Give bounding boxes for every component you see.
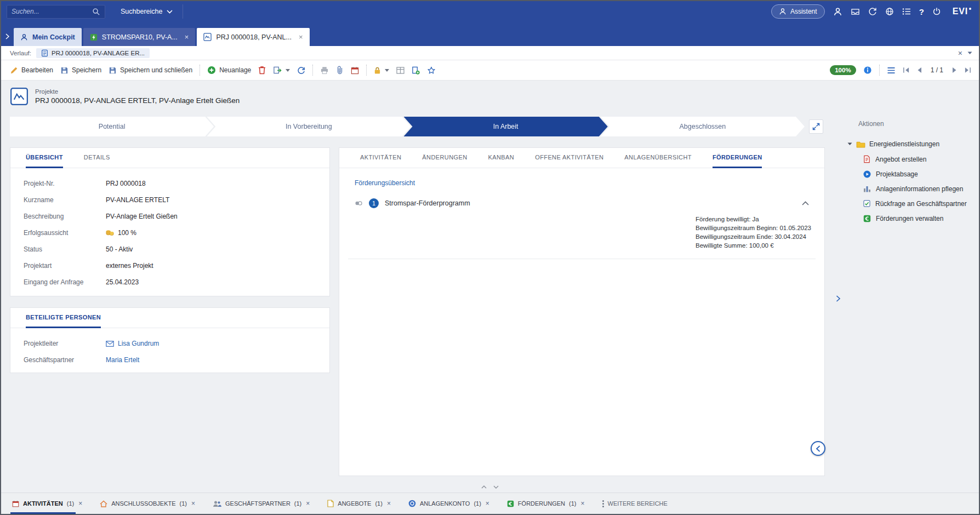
refresh-icon[interactable] bbox=[297, 66, 305, 75]
tab-aenderungen[interactable]: ÄNDERUNGEN bbox=[422, 148, 467, 168]
bottom-tab-count: (1) bbox=[375, 500, 382, 507]
phase-in-vorbereitung[interactable]: In Vorbereitung bbox=[207, 117, 411, 136]
chevron-up-icon[interactable] bbox=[481, 485, 487, 489]
panel-collapse-handle[interactable] bbox=[481, 485, 499, 489]
bottom-tab-aktivitaeten[interactable]: AKTIVITÄTEN (1) × bbox=[12, 493, 82, 514]
table-view-icon[interactable] bbox=[396, 67, 404, 74]
globe-icon[interactable] bbox=[885, 7, 894, 16]
list-menu-icon[interactable] bbox=[902, 8, 911, 15]
bottom-tab-anlagenkonto[interactable]: ANLAGENKONTO (1) × bbox=[408, 493, 489, 514]
envelope-icon[interactable] bbox=[106, 341, 114, 347]
bottom-tab-anschlussobjekte[interactable]: ANSCHLUSSOBJEKTE (1) × bbox=[100, 493, 195, 514]
project-icon bbox=[10, 87, 29, 106]
close-icon[interactable]: × bbox=[185, 33, 189, 41]
tab-anlagenuebersicht[interactable]: ANLAGENÜBERSICHT bbox=[624, 148, 692, 168]
edit-button[interactable]: Bearbeiten bbox=[10, 66, 53, 75]
tab-scroll-right-icon[interactable] bbox=[5, 33, 9, 39]
brand-logo: EVI bbox=[953, 7, 971, 16]
funding-group-row[interactable]: 1 Stromspar-Förderprogramm bbox=[355, 198, 809, 208]
attachment-icon[interactable] bbox=[336, 66, 344, 75]
close-icon[interactable]: × bbox=[580, 500, 584, 507]
permissions-button[interactable] bbox=[374, 66, 389, 75]
actions-folder[interactable]: Energiedienstleistungen bbox=[832, 136, 979, 152]
help-icon[interactable]: ? bbox=[919, 7, 924, 16]
close-icon[interactable]: × bbox=[387, 500, 391, 507]
new-record-button[interactable]: Neuanlage bbox=[207, 66, 251, 75]
bottom-tab-angebote[interactable]: ANGEBOTE (1) × bbox=[327, 493, 391, 514]
history-close-icon[interactable]: × bbox=[958, 49, 962, 57]
first-page-icon[interactable] bbox=[903, 67, 910, 73]
collapse-panel-button[interactable] bbox=[811, 441, 825, 456]
sidebar-expander-icon[interactable] bbox=[836, 295, 840, 302]
close-icon[interactable]: × bbox=[299, 33, 303, 41]
action-label: Anlageninformationen pflegen bbox=[876, 185, 963, 193]
page-title: PRJ 0000018, PV-ANLAGE ERTELT, PV-Anlage… bbox=[35, 96, 240, 105]
redo-icon[interactable] bbox=[868, 7, 877, 16]
global-search[interactable] bbox=[7, 5, 105, 19]
last-page-icon[interactable] bbox=[964, 67, 971, 73]
tab-offene-aktivitaeten[interactable]: OFFENE AKTIVITÄTEN bbox=[535, 148, 603, 168]
save-button[interactable]: Speichern bbox=[60, 66, 101, 75]
action-rueckfrage[interactable]: Rückfrage an Geschäftspartner bbox=[832, 196, 979, 211]
search-icon[interactable] bbox=[92, 8, 100, 16]
phase-potential[interactable]: Potential bbox=[10, 117, 214, 136]
chevron-down-icon[interactable] bbox=[493, 485, 499, 489]
funding-overview-link[interactable]: Förderungsübersicht bbox=[355, 179, 415, 187]
history-current-item[interactable]: PRJ 0000018, PV-ANLAGE ER... bbox=[36, 48, 150, 58]
tab-kanban[interactable]: KANBAN bbox=[488, 148, 515, 168]
history-caret-icon[interactable] bbox=[967, 52, 972, 55]
user-icon[interactable] bbox=[833, 7, 842, 16]
hamburger-menu-icon[interactable] bbox=[887, 67, 896, 74]
assistant-button[interactable]: Assistent bbox=[771, 4, 825, 19]
tab-beteiligte-personen[interactable]: BETEILIGTE PERSONEN bbox=[26, 308, 101, 328]
export-button[interactable] bbox=[273, 66, 290, 75]
tab-aktivitaeten[interactable]: AKTIVITÄTEN bbox=[360, 148, 401, 168]
bottom-tab-geschaeftspartner[interactable]: GESCHÄFTSPARTNER (1) × bbox=[213, 493, 310, 514]
action-projektabsage[interactable]: Projektabsage bbox=[832, 167, 979, 181]
info-icon[interactable] bbox=[863, 66, 872, 75]
close-icon[interactable]: × bbox=[306, 500, 310, 507]
inbox-icon[interactable] bbox=[851, 8, 860, 16]
add-document-icon[interactable] bbox=[412, 66, 420, 75]
phase-expand-icon[interactable] bbox=[809, 119, 823, 134]
close-icon[interactable]: × bbox=[191, 500, 195, 507]
toolbar-separator bbox=[366, 65, 367, 76]
search-areas-dropdown[interactable]: Suchbereiche bbox=[111, 4, 183, 19]
bottom-tab-weitere-bereiche[interactable]: WEITERE BEREICHE bbox=[602, 493, 668, 514]
project-lead-link[interactable]: Lisa Gundrum bbox=[118, 340, 159, 347]
tab-stromspar[interactable]: STROMSPAR10, PV-A... × bbox=[83, 28, 196, 46]
phase-abgeschlossen[interactable]: Abgeschlossen bbox=[601, 117, 805, 136]
zoom-badge[interactable]: 100% bbox=[830, 65, 856, 75]
delete-icon[interactable] bbox=[258, 66, 266, 75]
tab-mein-cockpit[interactable]: Mein Cockpit bbox=[14, 28, 82, 46]
tab-prj-0000018[interactable]: PRJ 0000018, PV-ANL... × bbox=[197, 28, 309, 46]
calendar-icon[interactable] bbox=[351, 66, 359, 75]
bottom-tab-label: ANGEBOTE bbox=[338, 500, 371, 507]
funding-detail-line: Bewilligungszeitraum Ende: 30.04.2024 bbox=[696, 232, 811, 241]
field-row: Projektartexternes Projekt bbox=[24, 258, 316, 274]
next-page-icon[interactable] bbox=[952, 67, 957, 73]
chevron-up-icon[interactable] bbox=[802, 201, 809, 205]
action-anlageninformationen[interactable]: Anlageninformationen pflegen bbox=[832, 181, 979, 196]
favorite-star-icon[interactable] bbox=[427, 66, 436, 75]
phase-in-arbeit[interactable]: In Arbeit bbox=[404, 117, 608, 136]
search-input[interactable] bbox=[12, 8, 92, 15]
close-icon[interactable]: × bbox=[78, 500, 82, 507]
action-foerderungen-verwalten[interactable]: Förderungen verwalten bbox=[832, 211, 979, 226]
field-label: Projekt-Nr. bbox=[24, 180, 106, 187]
tab-details[interactable]: DETAILS bbox=[84, 148, 110, 168]
business-partner-link[interactable]: Maria Ertelt bbox=[106, 356, 139, 364]
close-icon[interactable]: × bbox=[486, 500, 489, 507]
field-value: 50 - Aktiv bbox=[106, 245, 133, 253]
power-icon[interactable] bbox=[932, 7, 941, 16]
bottom-tab-foerderungen[interactable]: FÖRDERUNGEN (1) × bbox=[507, 493, 585, 514]
tab-foerderungen[interactable]: FÖRDERUNGEN bbox=[713, 148, 762, 168]
action-angebot-erstellen[interactable]: Angebot erstellen bbox=[832, 152, 979, 167]
body: Potential In Vorbereitung In Arbeit Abge… bbox=[1, 110, 979, 493]
bar-chart-icon bbox=[863, 185, 871, 192]
tab-uebersicht[interactable]: ÜBERSICHT bbox=[26, 148, 63, 168]
save-and-close-button[interactable]: Speichern und schließen bbox=[109, 66, 192, 75]
print-icon[interactable] bbox=[320, 66, 329, 75]
field-row: Eingang der Anfrage25.04.2023 bbox=[24, 274, 316, 290]
prev-page-icon[interactable] bbox=[917, 67, 922, 73]
